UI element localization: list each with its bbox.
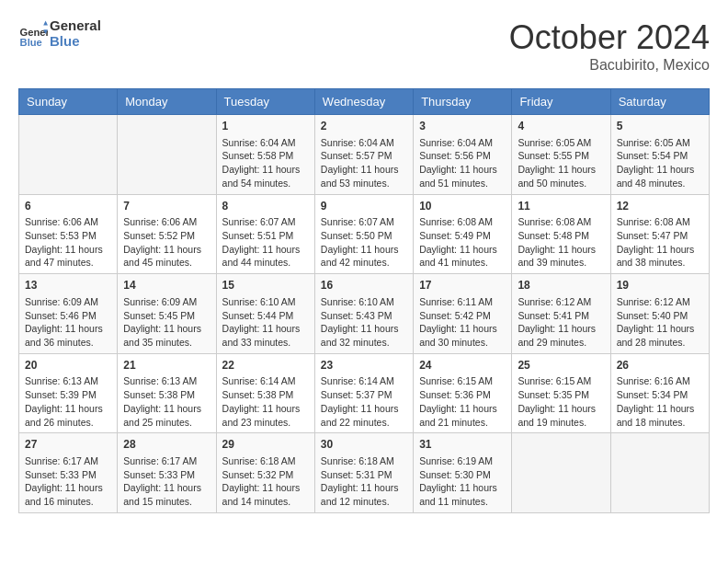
day-number: 19 bbox=[617, 278, 703, 293]
day-number: 16 bbox=[321, 278, 407, 293]
day-cell: 8Sunrise: 6:07 AMSunset: 5:51 PMDaylight… bbox=[216, 194, 314, 274]
week-row-3: 13Sunrise: 6:09 AMSunset: 5:46 PMDayligh… bbox=[19, 274, 710, 354]
day-cell: 16Sunrise: 6:10 AMSunset: 5:43 PMDayligh… bbox=[314, 274, 413, 354]
week-row-1: 1Sunrise: 6:04 AMSunset: 5:58 PMDaylight… bbox=[19, 115, 710, 195]
day-cell: 15Sunrise: 6:10 AMSunset: 5:44 PMDayligh… bbox=[216, 274, 314, 354]
day-cell: 6Sunrise: 6:06 AMSunset: 5:53 PMDaylight… bbox=[19, 194, 118, 274]
day-number: 6 bbox=[25, 199, 111, 214]
svg-text:Blue: Blue bbox=[20, 36, 42, 47]
day-info: Sunrise: 6:08 AMSunset: 5:48 PMDaylight:… bbox=[518, 215, 604, 270]
week-row-2: 6Sunrise: 6:06 AMSunset: 5:53 PMDaylight… bbox=[19, 194, 710, 274]
week-row-5: 27Sunrise: 6:17 AMSunset: 5:33 PMDayligh… bbox=[19, 433, 710, 513]
day-info: Sunrise: 6:10 AMSunset: 5:44 PMDaylight:… bbox=[222, 295, 309, 350]
day-header-wednesday: Wednesday bbox=[314, 89, 413, 115]
day-cell: 13Sunrise: 6:09 AMSunset: 5:46 PMDayligh… bbox=[19, 274, 118, 354]
day-info: Sunrise: 6:14 AMSunset: 5:37 PMDaylight:… bbox=[321, 374, 407, 429]
day-number: 18 bbox=[518, 278, 604, 293]
day-cell: 23Sunrise: 6:14 AMSunset: 5:37 PMDayligh… bbox=[314, 353, 413, 433]
week-row-4: 20Sunrise: 6:13 AMSunset: 5:39 PMDayligh… bbox=[19, 353, 710, 433]
day-number: 4 bbox=[518, 119, 604, 134]
day-info: Sunrise: 6:18 AMSunset: 5:32 PMDaylight:… bbox=[222, 454, 309, 509]
day-cell: 10Sunrise: 6:08 AMSunset: 5:49 PMDayligh… bbox=[414, 194, 512, 274]
day-number: 23 bbox=[321, 358, 407, 373]
day-cell: 26Sunrise: 6:16 AMSunset: 5:34 PMDayligh… bbox=[610, 353, 709, 433]
day-info: Sunrise: 6:18 AMSunset: 5:31 PMDaylight:… bbox=[321, 454, 407, 509]
day-info: Sunrise: 6:15 AMSunset: 5:36 PMDaylight:… bbox=[419, 374, 506, 429]
day-number: 30 bbox=[321, 437, 407, 453]
day-number: 25 bbox=[518, 358, 604, 373]
day-info: Sunrise: 6:10 AMSunset: 5:43 PMDaylight:… bbox=[321, 295, 407, 350]
day-header-saturday: Saturday bbox=[610, 89, 709, 115]
logo: General Blue General Blue bbox=[18, 18, 101, 49]
day-info: Sunrise: 6:16 AMSunset: 5:34 PMDaylight:… bbox=[617, 374, 703, 429]
day-info: Sunrise: 6:05 AMSunset: 5:54 PMDaylight:… bbox=[617, 136, 703, 190]
day-info: Sunrise: 6:14 AMSunset: 5:38 PMDaylight:… bbox=[222, 374, 309, 429]
day-cell: 22Sunrise: 6:14 AMSunset: 5:38 PMDayligh… bbox=[216, 353, 314, 433]
day-cell bbox=[512, 433, 610, 513]
day-cell: 17Sunrise: 6:11 AMSunset: 5:42 PMDayligh… bbox=[414, 274, 512, 354]
day-number: 11 bbox=[518, 199, 604, 214]
day-info: Sunrise: 6:06 AMSunset: 5:52 PMDaylight:… bbox=[123, 215, 210, 270]
day-info: Sunrise: 6:11 AMSunset: 5:42 PMDaylight:… bbox=[419, 295, 506, 350]
day-number: 24 bbox=[419, 358, 506, 373]
svg-marker-2 bbox=[43, 20, 48, 25]
day-number: 28 bbox=[123, 437, 210, 453]
day-info: Sunrise: 6:04 AMSunset: 5:57 PMDaylight:… bbox=[321, 136, 407, 190]
day-info: Sunrise: 6:07 AMSunset: 5:50 PMDaylight:… bbox=[321, 215, 407, 270]
day-cell: 14Sunrise: 6:09 AMSunset: 5:45 PMDayligh… bbox=[118, 274, 216, 354]
day-number: 5 bbox=[617, 119, 703, 134]
day-number: 31 bbox=[419, 437, 506, 453]
logo-general: General bbox=[50, 18, 101, 34]
day-info: Sunrise: 6:05 AMSunset: 5:55 PMDaylight:… bbox=[518, 136, 604, 190]
day-cell: 4Sunrise: 6:05 AMSunset: 5:55 PMDaylight… bbox=[512, 115, 610, 195]
day-header-tuesday: Tuesday bbox=[216, 89, 314, 115]
day-number: 22 bbox=[222, 358, 309, 373]
day-cell: 21Sunrise: 6:13 AMSunset: 5:38 PMDayligh… bbox=[118, 353, 216, 433]
day-number: 8 bbox=[222, 199, 309, 214]
day-info: Sunrise: 6:13 AMSunset: 5:39 PMDaylight:… bbox=[25, 374, 111, 429]
day-info: Sunrise: 6:09 AMSunset: 5:46 PMDaylight:… bbox=[25, 295, 111, 350]
day-number: 3 bbox=[419, 119, 506, 134]
day-cell: 31Sunrise: 6:19 AMSunset: 5:30 PMDayligh… bbox=[414, 433, 512, 513]
logo-blue: Blue bbox=[50, 34, 101, 50]
svg-text:General: General bbox=[20, 26, 48, 37]
day-cell bbox=[19, 115, 118, 195]
day-info: Sunrise: 6:06 AMSunset: 5:53 PMDaylight:… bbox=[25, 215, 111, 270]
day-header-sunday: Sunday bbox=[19, 89, 118, 115]
page-header: General Blue General Blue October 2024 B… bbox=[18, 18, 710, 74]
day-info: Sunrise: 6:09 AMSunset: 5:45 PMDaylight:… bbox=[123, 295, 210, 350]
day-number: 10 bbox=[419, 199, 506, 214]
day-info: Sunrise: 6:17 AMSunset: 5:33 PMDaylight:… bbox=[25, 454, 111, 509]
day-cell: 1Sunrise: 6:04 AMSunset: 5:58 PMDaylight… bbox=[216, 115, 314, 195]
day-info: Sunrise: 6:04 AMSunset: 5:56 PMDaylight:… bbox=[419, 136, 506, 190]
day-cell: 27Sunrise: 6:17 AMSunset: 5:33 PMDayligh… bbox=[19, 433, 118, 513]
day-number: 1 bbox=[222, 119, 309, 134]
day-number: 17 bbox=[419, 278, 506, 293]
day-number: 21 bbox=[123, 358, 210, 373]
day-cell: 19Sunrise: 6:12 AMSunset: 5:40 PMDayligh… bbox=[610, 274, 709, 354]
day-header-friday: Friday bbox=[512, 89, 610, 115]
day-number: 27 bbox=[25, 437, 111, 453]
day-cell: 30Sunrise: 6:18 AMSunset: 5:31 PMDayligh… bbox=[314, 433, 413, 513]
day-number: 15 bbox=[222, 278, 309, 293]
day-cell bbox=[118, 115, 216, 195]
day-info: Sunrise: 6:08 AMSunset: 5:49 PMDaylight:… bbox=[419, 215, 506, 270]
day-cell: 7Sunrise: 6:06 AMSunset: 5:52 PMDaylight… bbox=[118, 194, 216, 274]
calendar-header-row: SundayMondayTuesdayWednesdayThursdayFrid… bbox=[19, 89, 710, 115]
day-cell: 11Sunrise: 6:08 AMSunset: 5:48 PMDayligh… bbox=[512, 194, 610, 274]
day-cell bbox=[610, 433, 709, 513]
day-cell: 28Sunrise: 6:17 AMSunset: 5:33 PMDayligh… bbox=[118, 433, 216, 513]
location: Bacubirito, Mexico bbox=[509, 57, 710, 74]
day-number: 7 bbox=[123, 199, 210, 214]
day-number: 2 bbox=[321, 119, 407, 134]
logo-icon: General Blue bbox=[18, 19, 48, 49]
day-info: Sunrise: 6:19 AMSunset: 5:30 PMDaylight:… bbox=[419, 454, 506, 509]
month-title: October 2024 bbox=[509, 18, 710, 57]
day-cell: 18Sunrise: 6:12 AMSunset: 5:41 PMDayligh… bbox=[512, 274, 610, 354]
day-number: 26 bbox=[617, 358, 703, 373]
day-cell: 5Sunrise: 6:05 AMSunset: 5:54 PMDaylight… bbox=[610, 115, 709, 195]
day-cell: 24Sunrise: 6:15 AMSunset: 5:36 PMDayligh… bbox=[414, 353, 512, 433]
day-info: Sunrise: 6:15 AMSunset: 5:35 PMDaylight:… bbox=[518, 374, 604, 429]
day-number: 13 bbox=[25, 278, 111, 293]
day-info: Sunrise: 6:12 AMSunset: 5:41 PMDaylight:… bbox=[518, 295, 604, 350]
